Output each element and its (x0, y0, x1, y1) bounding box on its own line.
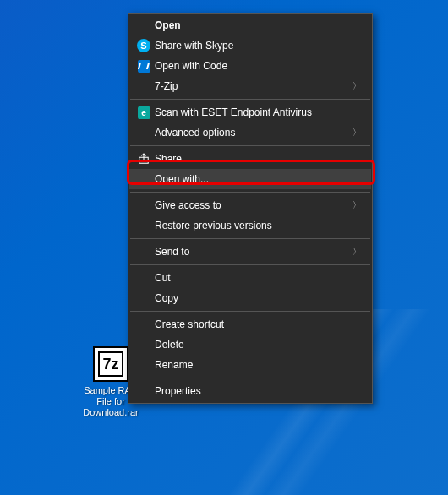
menu-separator (130, 145, 370, 146)
menu-open-code[interactable]: Open with Code (129, 56, 371, 76)
menu-label: Send to (155, 246, 352, 258)
menu-separator (130, 378, 370, 378)
menu-label: Copy (155, 292, 364, 304)
menu-share[interactable]: Share (129, 149, 371, 169)
context-menu: Open S Share with Skype Open with Code 7… (128, 13, 373, 404)
eset-icon: e (133, 106, 155, 119)
menu-separator (130, 99, 370, 100)
menu-label: Cut (155, 272, 364, 284)
sevenzip-file-icon: 7z (93, 346, 128, 382)
skype-icon: S (133, 39, 155, 52)
menu-advanced-options[interactable]: Advanced options 〉 (129, 122, 371, 143)
menu-label: Open with Code (155, 60, 364, 72)
menu-eset-scan[interactable]: e Scan with ESET Endpoint Antivirus (129, 102, 371, 122)
icon-text: 7z (102, 356, 118, 373)
menu-delete[interactable]: Delete (129, 335, 371, 355)
menu-separator (130, 238, 370, 239)
menu-label: Delete (155, 339, 364, 351)
menu-label: 7-Zip (155, 80, 352, 92)
menu-give-access[interactable]: Give access to 〉 (129, 195, 371, 215)
menu-send-to[interactable]: Send to 〉 (129, 242, 371, 262)
menu-restore-versions[interactable]: Restore previous versions (129, 215, 371, 236)
menu-open-with[interactable]: Open with... (129, 169, 371, 189)
menu-label: Create shortcut (155, 318, 364, 330)
chevron-right-icon: 〉 (352, 127, 361, 139)
menu-label: Rename (155, 359, 364, 371)
menu-create-shortcut[interactable]: Create shortcut (129, 314, 371, 335)
menu-separator (130, 192, 370, 193)
menu-label: Give access to (155, 199, 352, 211)
menu-share-skype[interactable]: S Share with Skype (129, 35, 371, 56)
menu-open[interactable]: Open (129, 15, 371, 35)
menu-label: Open (155, 19, 364, 31)
menu-label: Share (155, 153, 364, 165)
menu-label: Scan with ESET Endpoint Antivirus (155, 106, 364, 118)
menu-label: Advanced options (155, 127, 352, 139)
menu-label: Open with... (155, 173, 364, 185)
menu-separator (130, 311, 370, 312)
menu-label: Properties (155, 385, 364, 397)
menu-cut[interactable]: Cut (129, 268, 371, 288)
chevron-right-icon: 〉 (352, 80, 361, 92)
menu-separator (130, 264, 370, 265)
share-icon (133, 153, 155, 165)
menu-label: Share with Skype (155, 40, 364, 52)
chevron-right-icon: 〉 (352, 246, 361, 258)
vscode-icon (133, 60, 155, 73)
chevron-right-icon: 〉 (352, 199, 361, 211)
menu-7zip[interactable]: 7-Zip 〉 (129, 76, 371, 96)
menu-rename[interactable]: Rename (129, 355, 371, 375)
menu-label: Restore previous versions (155, 220, 364, 231)
menu-copy[interactable]: Copy (129, 288, 371, 308)
menu-properties[interactable]: Properties (129, 381, 371, 401)
